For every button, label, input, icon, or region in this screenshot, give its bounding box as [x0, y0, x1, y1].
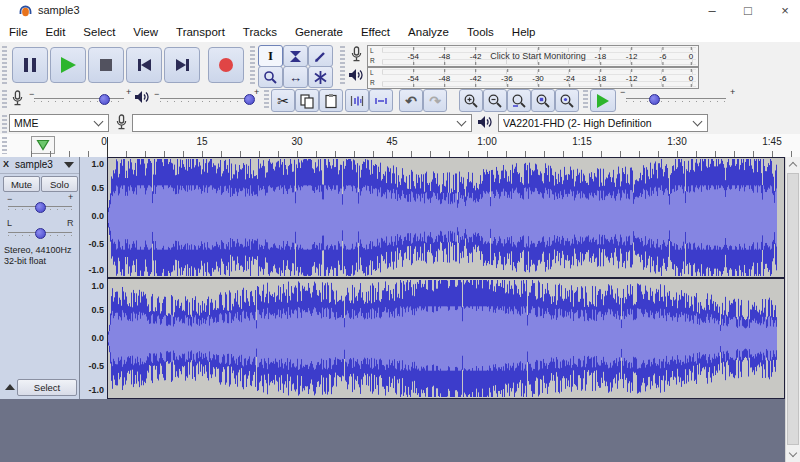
waveform-channel-right[interactable] — [108, 279, 784, 398]
pencil-icon — [313, 49, 328, 64]
menu-select[interactable]: Select — [74, 24, 124, 40]
zoom-out-button[interactable] — [483, 89, 507, 112]
envelope-icon — [288, 49, 303, 64]
menu-transport[interactable]: Transport — [167, 24, 234, 40]
menu-tools[interactable]: Tools — [458, 24, 503, 40]
zoom-tool-button[interactable] — [258, 66, 283, 88]
menu-help[interactable]: Help — [503, 24, 545, 40]
meter-toolbar-grip[interactable] — [340, 46, 345, 86]
pan-slider[interactable] — [8, 227, 72, 239]
scroll-up-button[interactable] — [786, 157, 800, 172]
menu-tracks[interactable]: Tracks — [234, 24, 286, 40]
silence-button[interactable] — [369, 89, 393, 112]
record-volume-slider[interactable] — [34, 92, 124, 106]
monitor-text[interactable]: Click to Start Monitoring — [490, 46, 586, 66]
device-toolbar-grip[interactable] — [2, 115, 7, 133]
skip-to-start-button[interactable] — [126, 47, 162, 83]
vertical-scale-ruler[interactable]: 1.0 0.5 0.0 -0.5 -1.0 1.0 0.5 0.0 -0.5 -… — [80, 157, 107, 399]
transport-toolbar-grip[interactable] — [2, 46, 7, 86]
rec-scale-12: -12 — [626, 46, 638, 66]
track-format-line1: Stereo, 44100Hz — [4, 245, 72, 255]
gain-thumb[interactable] — [35, 202, 46, 213]
close-button[interactable]: × — [770, 2, 800, 20]
scrollbar-thumb[interactable] — [787, 173, 799, 445]
play-scale-6: -6 — [659, 68, 666, 88]
ruler-label-100: 1:00 — [477, 136, 496, 147]
playback-meter[interactable]: L R -54 -48 -42 -36 -30 -24 -18 -12 -6 0 — [367, 67, 699, 89]
timeline-ruler[interactable]: 0 15 30 45 1:00 1:15 1:30 1:45 — [0, 134, 800, 158]
zoom-in-button[interactable] — [459, 89, 483, 112]
mixer-toolbar-grip[interactable] — [2, 90, 7, 110]
cut-button[interactable]: ✂ — [271, 89, 295, 112]
microphone-icon — [349, 46, 364, 67]
zoom-selection-button[interactable] — [507, 89, 531, 112]
double-arrow-icon: ↔ — [289, 71, 302, 84]
stop-button[interactable] — [88, 47, 124, 83]
menu-effect[interactable]: Effect — [352, 24, 399, 40]
gain-slider[interactable] — [8, 201, 72, 213]
zoom-fit-button[interactable] — [531, 89, 555, 112]
waveform-channel-left[interactable] — [108, 158, 784, 277]
ibeam-icon: I — [268, 48, 273, 64]
track-close-button[interactable]: X — [3, 159, 9, 169]
skip-to-end-button[interactable] — [164, 47, 200, 83]
play-speed-slider[interactable] — [626, 92, 726, 106]
redo-button[interactable]: ↷ — [423, 89, 447, 112]
maximize-button[interactable]: □ — [733, 2, 763, 20]
menu-generate[interactable]: Generate — [286, 24, 352, 40]
mute-button[interactable]: Mute — [3, 176, 40, 192]
track-name[interactable]: sample3 — [15, 159, 53, 170]
menu-file[interactable]: File — [0, 24, 37, 40]
solo-button[interactable]: Solo — [41, 176, 78, 192]
chevron-down-icon — [789, 449, 797, 457]
ruler-label-15: 15 — [196, 136, 207, 147]
paste-button[interactable] — [319, 89, 343, 112]
pan-thumb[interactable] — [35, 228, 46, 239]
playback-device-select[interactable]: VA2201-FHD (2- High Definition — [498, 114, 708, 132]
envelope-tool-button[interactable] — [283, 45, 308, 67]
playback-volume-minus: − — [154, 90, 159, 99]
timeline-grip[interactable] — [2, 137, 7, 154]
record-volume-thumb[interactable] — [99, 94, 110, 105]
scale-ch2-05: 0.5 — [91, 305, 104, 315]
toolbar-dock: I ↔ L R -54 -48 -42 Click to Start Monit… — [0, 42, 800, 135]
copy-button[interactable] — [295, 89, 319, 112]
track-select-button[interactable]: Select — [17, 379, 77, 396]
play-at-speed-grip[interactable] — [583, 90, 588, 110]
playback-volume-slider[interactable] — [160, 92, 252, 106]
play-button[interactable] — [50, 47, 86, 83]
menu-edit[interactable]: Edit — [37, 24, 75, 40]
edit-toolbar-grip[interactable] — [264, 90, 269, 110]
playback-meter-right-label: R — [370, 80, 375, 87]
tools-toolbar-grip[interactable] — [250, 46, 255, 86]
play-speed-thumb[interactable] — [649, 94, 660, 105]
audio-host-select[interactable]: MME — [9, 114, 109, 132]
play-scale-48: -48 — [439, 68, 451, 88]
trim-button[interactable] — [345, 89, 369, 112]
waveform-area[interactable] — [107, 157, 785, 399]
multi-tool-button[interactable] — [308, 66, 333, 88]
undo-button[interactable]: ↶ — [399, 89, 423, 112]
zoom-out-icon — [487, 93, 503, 109]
minimize-button[interactable]: – — [697, 2, 727, 20]
time-shift-tool-button[interactable]: ↔ — [283, 66, 308, 88]
draw-tool-button[interactable] — [308, 45, 333, 67]
selection-tool-button[interactable]: I — [258, 45, 283, 67]
record-button[interactable] — [208, 47, 244, 83]
collapse-track-icon[interactable] — [5, 384, 15, 390]
vertical-scrollbar[interactable] — [785, 157, 800, 462]
scroll-down-button[interactable] — [786, 447, 800, 462]
speed-minus: − — [620, 88, 625, 97]
rec-scale-54: -54 — [407, 46, 419, 66]
zoom-toggle-button[interactable] — [555, 89, 579, 112]
recording-meter[interactable]: L R -54 -48 -42 Click to Start Monitorin… — [367, 45, 699, 67]
playhead-cursor — [107, 137, 108, 157]
magnifier-icon — [263, 70, 278, 85]
menu-view[interactable]: View — [124, 24, 167, 40]
recording-device-select[interactable] — [132, 114, 472, 132]
chevron-down-icon — [457, 117, 467, 127]
track-menu-icon[interactable] — [64, 162, 74, 168]
play-at-speed-button[interactable] — [590, 89, 616, 112]
menu-analyze[interactable]: Analyze — [399, 24, 458, 40]
pause-button[interactable] — [12, 47, 48, 83]
